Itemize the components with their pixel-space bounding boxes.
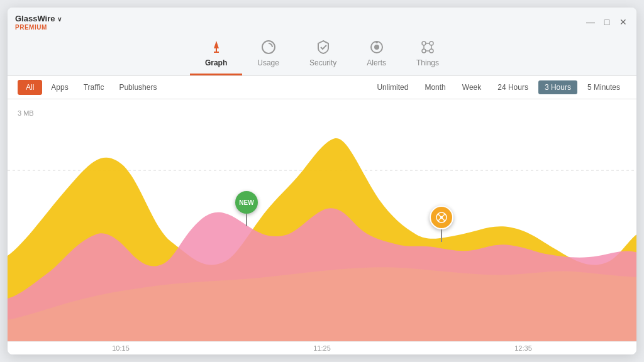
app-marker[interactable] — [430, 206, 453, 242]
tab-usage[interactable]: Usage — [242, 35, 294, 75]
app-branding: GlassWire ∨ PREMIUM — [15, 13, 62, 31]
new-marker-pin — [246, 214, 247, 226]
svg-point-7 — [422, 41, 426, 45]
time-labels: 10:15 11:25 12:35 — [8, 341, 636, 354]
tab-things[interactable]: Things — [401, 35, 454, 75]
filter-all[interactable]: All — [18, 80, 42, 95]
title-bar: GlassWire ∨ PREMIUM — □ ✕ — [8, 8, 636, 31]
tab-security-label: Security — [309, 58, 336, 67]
filter-right: Unlimited Month Week 24 Hours 3 Hours 5 … — [370, 80, 626, 94]
nav-tabs: Graph Usage Security — [8, 31, 636, 75]
svg-point-6 — [375, 41, 378, 43]
app-name: GlassWire ∨ — [15, 14, 62, 23]
filter-traffic[interactable]: Traffic — [77, 80, 111, 94]
close-button[interactable]: ✕ — [618, 16, 629, 28]
app-marker-pin — [441, 229, 442, 242]
time-month[interactable]: Month — [418, 80, 452, 94]
chart-area: 3 MB NEW — [8, 99, 636, 341]
tab-alerts[interactable]: Alerts — [352, 35, 401, 75]
svg-marker-0 — [214, 41, 219, 48]
time-24hours[interactable]: 24 Hours — [491, 80, 535, 94]
time-label-1235: 12:35 — [514, 344, 532, 352]
chart-svg — [8, 99, 636, 341]
svg-point-5 — [374, 45, 379, 50]
tab-things-label: Things — [416, 58, 439, 67]
title-left: GlassWire ∨ PREMIUM — [15, 13, 62, 31]
time-3hours[interactable]: 3 Hours — [538, 80, 577, 94]
new-marker-badge: NEW — [235, 191, 258, 214]
new-marker[interactable]: NEW — [235, 191, 258, 226]
svg-point-19 — [440, 216, 443, 219]
tab-usage-label: Usage — [257, 58, 279, 67]
window-controls: — □ ✕ — [585, 16, 629, 28]
tab-graph-label: Graph — [205, 58, 227, 67]
maximize-button[interactable]: □ — [601, 16, 613, 28]
tab-security[interactable]: Security — [294, 35, 352, 75]
filter-left: All Apps Traffic Publushers — [18, 80, 370, 95]
filter-apps[interactable]: Apps — [45, 80, 74, 94]
chevron-down-icon: ∨ — [57, 16, 62, 23]
svg-point-10 — [430, 49, 433, 53]
minimize-button[interactable]: — — [585, 16, 596, 28]
things-icon — [419, 38, 436, 56]
time-unlimited[interactable]: Unlimited — [370, 80, 414, 94]
main-window: GlassWire ∨ PREMIUM — □ ✕ Graph — [8, 8, 636, 354]
app-marker-badge — [430, 206, 453, 229]
time-label-1015: 10:15 — [112, 344, 130, 352]
premium-badge: PREMIUM — [15, 24, 62, 31]
tab-alerts-label: Alerts — [367, 58, 386, 67]
usage-icon — [260, 38, 277, 56]
time-label-1125: 11:25 — [313, 344, 331, 352]
tab-graph[interactable]: Graph — [190, 35, 242, 75]
alerts-icon — [368, 38, 386, 56]
svg-point-8 — [430, 41, 433, 45]
svg-point-9 — [422, 49, 426, 53]
graph-icon — [208, 38, 225, 56]
time-5minutes[interactable]: 5 Minutes — [581, 80, 626, 94]
filter-bar: All Apps Traffic Publushers Unlimited Mo… — [8, 75, 636, 99]
security-icon — [314, 38, 332, 56]
time-week[interactable]: Week — [456, 80, 487, 94]
filter-publishers[interactable]: Publushers — [113, 80, 163, 94]
